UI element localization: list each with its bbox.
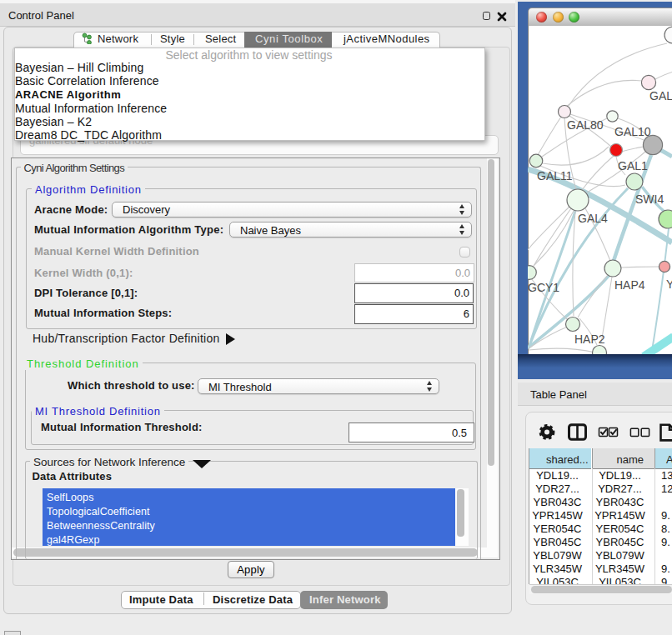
svg-text:GAL11: GAL11 xyxy=(537,169,573,182)
svg-text:HAP2: HAP2 xyxy=(574,332,605,346)
svg-text:SWI4: SWI4 xyxy=(635,192,664,206)
svg-text:GAL10: GAL10 xyxy=(614,125,651,138)
svg-text:GAL: GAL xyxy=(649,89,672,102)
svg-text:GAL1: GAL1 xyxy=(618,159,648,172)
svg-text:HAP4: HAP4 xyxy=(614,278,645,292)
svg-text:YK: YK xyxy=(666,278,672,291)
svg-text:GAL4: GAL4 xyxy=(578,212,608,225)
svg-text:GCY1: GCY1 xyxy=(528,281,559,294)
svg-text:GAL80: GAL80 xyxy=(567,118,604,132)
